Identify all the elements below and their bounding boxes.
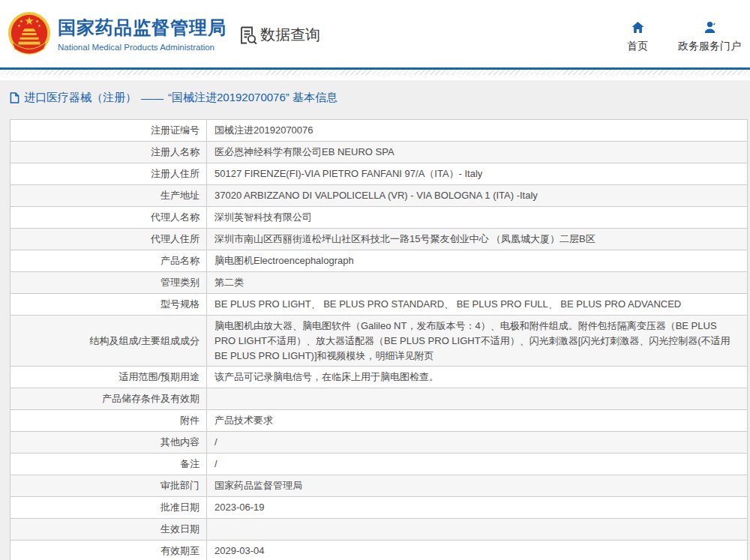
table-row: 其他内容 / [10,432,747,454]
field-value: 50127 FIRENZE(FI)-VIA PIETRO FANFANI 97/… [207,163,747,184]
breadcrumb-section[interactable]: 进口医疗器械（注册） [24,91,136,105]
nav-gov-portal[interactable]: 政务服务门户 [678,20,741,53]
field-value: 产品技术要求 [207,410,747,431]
brand-text: 国家药品监督管理局 National Medical Products Admi… [58,16,226,52]
file-icon [10,92,20,103]
hatch-strip [0,70,750,75]
table-row: 注册人住所 50127 FIRENZE(FI)-VIA PIETRO FANFA… [10,163,747,185]
field-label: 备注 [10,454,207,475]
field-value: 脑电图机由放大器、脑电图软件（Galileo NT，发布版本号：4）、电极和附件… [207,316,747,366]
field-label: 代理人住所 [10,229,207,250]
breadcrumb-dash: —— [141,91,164,104]
field-value [207,519,747,540]
table-row: 代理人名称 深圳英智科技有限公司 [10,207,747,229]
main-content: 进口医疗器械（注册） —— “国械注进20192070076” 基本信息 注册证… [0,80,750,560]
table-row: 管理类别 第二类 [10,272,747,294]
field-label: 代理人名称 [10,207,207,228]
table-row: 注册证编号 国械注进20192070076 [10,120,747,142]
field-label: 产品名称 [10,250,207,271]
table-row: 附件 产品技术要求 [10,410,747,432]
table-row: 生效日期 [10,519,747,541]
white-gap [0,75,750,80]
logo-link[interactable]: 国家药品监督管理局 National Medical Products Admi… [8,11,226,56]
field-value: 国械注进20192070076 [207,120,747,141]
field-label: 结构及组成/主要组成成分 [10,316,207,366]
home-icon [631,20,645,34]
table-row: 生产地址 37020 ARBIZZANO DI VALPOLICELLA (VR… [10,185,747,207]
field-value: 2029-03-04 [207,541,747,560]
field-label: 生产地址 [10,185,207,206]
breadcrumb-current: “国械注进20192070076” 基本信息 [168,91,338,105]
user-icon [703,20,717,34]
field-value [207,388,747,409]
field-label: 其他内容 [10,432,207,453]
registration-info-table: 注册证编号 国械注进20192070076 注册人名称 医必恩神经科学有限公司E… [10,119,748,560]
national-emblem-icon [8,11,51,56]
field-value: 该产品可记录脑电信号，在临床上用于脑电图检查。 [207,367,747,388]
field-label: 型号规格 [10,294,207,315]
field-label: 审批部门 [10,475,207,496]
field-value: BE PLUS PRO LIGHT、 BE PLUS PRO STANDARD、… [207,294,747,315]
field-label: 附件 [10,410,207,431]
table-row: 注册人名称 医必恩神经科学有限公司EB NEURO SPA [10,142,747,163]
field-value: 国家药品监督管理局 [207,475,747,496]
site-subtitle: National Medical Products Administration [58,43,226,52]
field-label: 批准日期 [10,497,207,518]
site-title: 国家药品监督管理局 [58,16,226,40]
field-value: 医必恩神经科学有限公司EB NEURO SPA [207,142,747,163]
nav-home[interactable]: 首页 [627,20,648,53]
field-label: 有效期至 [10,541,207,560]
field-value: 第二类 [207,272,747,293]
field-value: 脑电图机Electroencephalograph [207,250,747,271]
field-label: 管理类别 [10,272,207,293]
table-row: 结构及组成/主要组成成分 脑电图机由放大器、脑电图软件（Galileo NT，发… [10,316,747,367]
field-value: 深圳英智科技有限公司 [207,207,747,228]
data-query-label: 数据查询 [260,25,320,45]
table-row: 产品储存条件及有效期 [10,388,747,410]
table-row: 代理人住所 深圳市南山区西丽街道松坪山社区科技北一路15号聚友创业中心 （凤凰城… [10,229,747,250]
field-value: 深圳市南山区西丽街道松坪山社区科技北一路15号聚友创业中心 （凤凰城大厦）二层B… [207,229,747,250]
field-label: 生效日期 [10,519,207,540]
document-search-icon [238,25,258,45]
table-row: 产品名称 脑电图机Electroencephalograph [10,250,747,272]
field-label: 注册人住所 [10,163,207,184]
field-label: 注册证编号 [10,120,207,141]
field-value: / [207,454,747,475]
data-query-link[interactable]: 数据查询 [238,25,320,45]
nav-home-label: 首页 [627,40,648,53]
field-value: 37020 ARBIZZANO DI VALPOLICELLA (VR) - V… [207,185,747,206]
table-row: 备注 / [10,454,747,475]
breadcrumb: 进口医疗器械（注册） —— “国械注进20192070076” 基本信息 [10,91,748,105]
field-label: 适用范围/预期用途 [10,367,207,388]
field-label: 注册人名称 [10,142,207,163]
table-row: 有效期至 2029-03-04 [10,541,747,560]
table-row: 型号规格 BE PLUS PRO LIGHT、 BE PLUS PRO STAN… [10,294,747,316]
field-value: / [207,432,747,453]
table-row: 适用范围/预期用途 该产品可记录脑电信号，在临床上用于脑电图检查。 [10,367,747,388]
header-nav: 首页 政务服务门户 [627,20,741,53]
field-value: 2023-06-19 [207,497,747,518]
table-row: 审批部门 国家药品监督管理局 [10,475,747,497]
site-header: 国家药品监督管理局 National Medical Products Admi… [0,0,750,67]
table-row: 批准日期 2023-06-19 [10,497,747,519]
field-label: 产品储存条件及有效期 [10,388,207,409]
nav-gov-portal-label: 政务服务门户 [678,40,741,53]
